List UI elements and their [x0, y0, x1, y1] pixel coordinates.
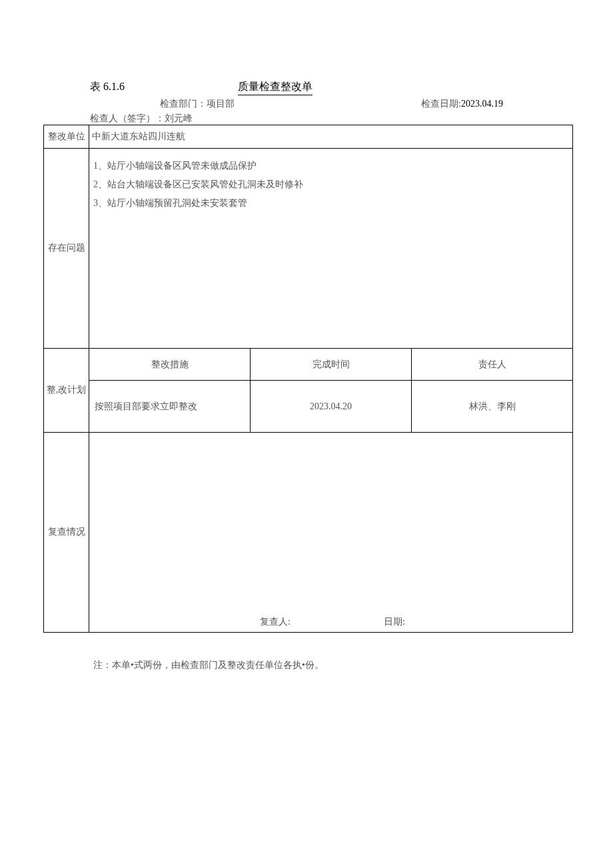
form-number: 表 6.1.6 — [90, 80, 125, 94]
plan-header-row: 整,改计划 整改措施 完成时间 责任人 — [44, 349, 573, 381]
plan-measure-value: 按照项目部要求立即整改 — [89, 381, 251, 433]
issue-item-2: 2、站台大轴端设备区已安装风管处孔洞未及时修补 — [93, 175, 568, 194]
plan-value-row: 按照项目部要求立即整改 2023.04.20 林洪、李刚 — [44, 381, 573, 433]
date-label: 检查日期: — [421, 99, 461, 109]
review-label: 复查情况 — [44, 433, 89, 633]
plan-time-value: 2023.04.20 — [251, 381, 412, 433]
footnote: 注：本单•式两份，由检查部门及整改责任单位各执•份。 — [93, 659, 573, 671]
inspector-value: 刘元峰 — [165, 113, 193, 123]
dept-label: 检查部门：项目部 — [160, 98, 235, 110]
issue-item-3: 3、站厅小轴端预留孔洞处未安装套管 — [93, 194, 568, 213]
review-person-label: 复查人: — [260, 616, 291, 628]
issues-content: 1、站厅小轴端设备区风管未做成品保护 2、站台大轴端设备区已安装风管处孔洞未及时… — [89, 149, 573, 349]
rectification-table: 整改单位 中新大道东站四川连航 存在问题 1、站厅小轴端设备区风管未做成品保护 … — [43, 125, 573, 633]
document-title: 质量检查整改单 — [238, 80, 312, 95]
date-value: 2023.04.19 — [461, 99, 503, 109]
date-field: 检查日期:2023.04.19 — [421, 98, 503, 110]
plan-header-person: 责任人 — [412, 349, 573, 381]
review-date-label: 日期: — [384, 616, 405, 628]
plan-person-value: 林洪、李刚 — [412, 381, 573, 433]
plan-label: 整,改计划 — [44, 349, 89, 433]
issues-label: 存在问题 — [44, 149, 89, 349]
unit-label: 整改单位 — [44, 125, 89, 149]
issue-item-1: 1、站厅小轴端设备区风管未做成品保护 — [93, 157, 568, 175]
dept-value: 项目部 — [207, 99, 235, 109]
dept-label-text: 检查部门： — [160, 99, 207, 109]
plan-header-measure: 整改措施 — [89, 349, 251, 381]
plan-header-time: 完成时间 — [251, 349, 412, 381]
issues-row: 存在问题 1、站厅小轴端设备区风管未做成品保护 2、站台大轴端设备区已安装风管处… — [44, 149, 573, 349]
inspector-label: 检查人（签字）： — [90, 113, 165, 123]
inspector-field: 检查人（签字）：刘元峰 — [90, 113, 573, 125]
review-content: 复查人: 日期: — [89, 433, 573, 633]
unit-value: 中新大道东站四川连航 — [89, 125, 573, 149]
unit-row: 整改单位 中新大道东站四川连航 — [44, 125, 573, 149]
review-row: 复查情况 复查人: 日期: — [44, 433, 573, 633]
